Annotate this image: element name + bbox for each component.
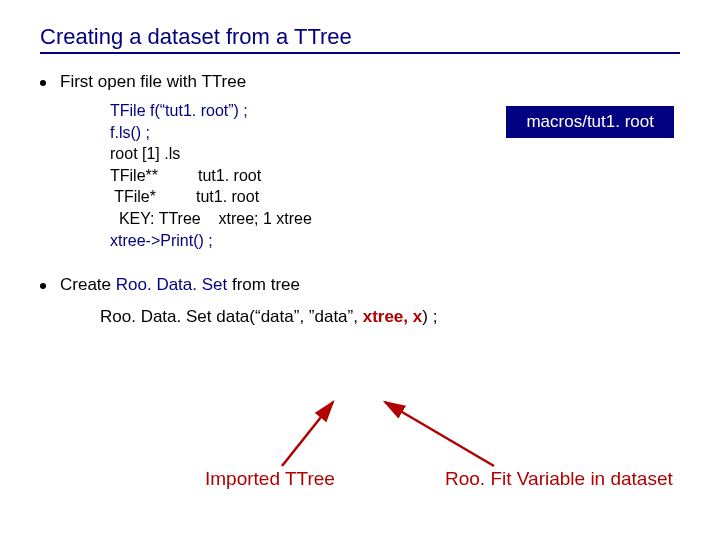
code-line: TFile** tut1. root <box>110 165 680 187</box>
code-line: root [1] .ls <box>110 143 680 165</box>
bullet-dot-icon <box>40 283 46 289</box>
bullet2-classname: Roo. Data. Set <box>116 275 228 294</box>
code-line: KEY: TTree xtree; 1 xtree <box>110 208 680 230</box>
bullet-create-dataset: Create Roo. Data. Set from tree <box>40 275 680 295</box>
bullet-open-file-text: First open file with TTree <box>60 72 246 92</box>
code-block-2: Roo. Data. Set data(“data”, ”data”, xtre… <box>100 307 680 327</box>
code-line: xtree->Print() ; <box>110 230 680 252</box>
bullet-create-dataset-text: Create Roo. Data. Set from tree <box>60 275 300 295</box>
bullet2-prefix: Create <box>60 275 116 294</box>
code2-arg-x: x <box>413 307 422 326</box>
code2-post: ) ; <box>422 307 437 326</box>
code-line: TFile* tut1. root <box>110 186 680 208</box>
label-imported-ttree: Imported TTree <box>205 468 335 490</box>
macro-path-badge: macros/tut1. root <box>506 106 674 138</box>
slide-title: Creating a dataset from a TTree <box>40 24 680 54</box>
code2-arg-xtree: xtree, <box>363 307 413 326</box>
label-roofit-variable: Roo. Fit Variable in dataset <box>445 468 673 490</box>
bullet2-suffix: from tree <box>227 275 300 294</box>
bullet-open-file: First open file with TTree <box>40 72 680 92</box>
code2-pre: Roo. Data. Set data(“data”, ”data”, <box>100 307 363 326</box>
bullet-dot-icon <box>40 80 46 86</box>
